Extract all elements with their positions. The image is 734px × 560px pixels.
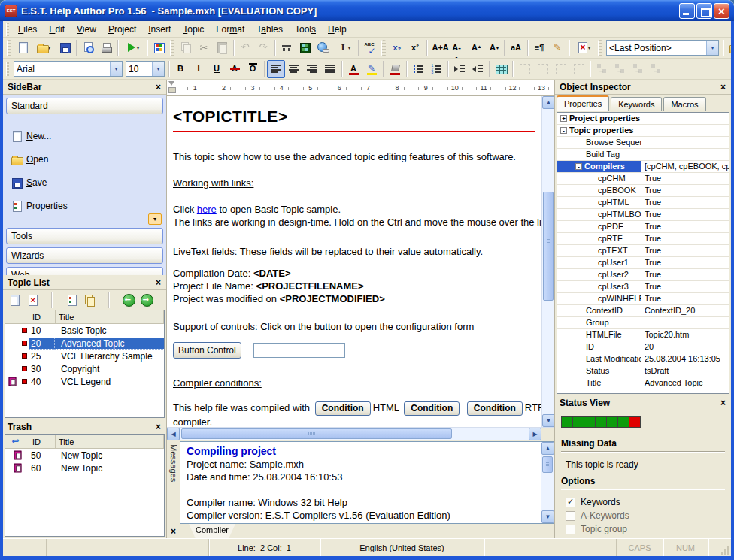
copy-button[interactable]: ▾: [177, 39, 195, 57]
tab-compiler[interactable]: Compiler: [189, 524, 235, 538]
property-value[interactable]: Topic20.htm: [641, 329, 729, 341]
toolbar-button[interactable]: ▾: [382, 61, 384, 77]
minimize-button[interactable]: [679, 3, 695, 19]
property-value[interactable]: True: [641, 245, 729, 256]
maximize-button[interactable]: [696, 3, 712, 19]
inspector-tab[interactable]: Macros: [663, 97, 705, 111]
paste-button[interactable]: ▾: [213, 39, 231, 57]
close-inspector-button[interactable]: ×: [718, 82, 728, 92]
font-increase-button[interactable]: A▾: [466, 39, 484, 57]
toolbar-button[interactable]: ▾: [75, 40, 77, 56]
property-row[interactable]: cpEBOOK True: [557, 185, 729, 197]
property-value[interactable]: True: [641, 221, 729, 232]
toolbar-button[interactable]: ▾: [263, 61, 265, 77]
language-indicator[interactable]: English (United States): [320, 539, 484, 556]
property-value[interactable]: True: [641, 281, 729, 292]
messages-text[interactable]: Compiling project Project name: Sample.m…: [180, 442, 541, 523]
font-name-combo[interactable]: ▾: [14, 61, 123, 77]
toolbar-button[interactable]: ▾: [405, 61, 408, 77]
column-title[interactable]: Title: [55, 435, 164, 448]
trash-row[interactable]: 50 New Topic: [5, 449, 164, 462]
close-status-view-button[interactable]: ×: [718, 398, 728, 408]
superscript-button[interactable]: x²▾: [406, 39, 424, 57]
title-bar[interactable]: EST E.S.T. Help Author Pro 1.56 - Sample…: [0, 0, 734, 21]
option-row[interactable]: A-Keywords: [561, 509, 725, 522]
property-value[interactable]: True: [641, 209, 729, 220]
column-id[interactable]: ID: [29, 310, 55, 323]
property-row[interactable]: cpHTML True: [557, 197, 729, 209]
toolbar-button[interactable]: ▾: [589, 61, 591, 77]
topic-list-columns[interactable]: ID Title: [5, 310, 164, 324]
project-options-button[interactable]: ▾: [150, 39, 168, 57]
condition-button[interactable]: Condition: [467, 401, 523, 416]
font-name-input[interactable]: [14, 62, 110, 75]
property-row[interactable]: cpUser2 True: [557, 269, 729, 281]
inspector-tab[interactable]: Properties: [557, 95, 609, 111]
topic-properties-button[interactable]: ▾: [63, 292, 80, 308]
menu-item[interactable]: Project: [102, 22, 142, 37]
topic-row[interactable]: 30 Copyright: [5, 362, 164, 375]
property-row[interactable]: ID 20: [557, 341, 729, 353]
topic-row[interactable]: 20 Advanced Topic: [5, 337, 164, 350]
editor-vscrollbar[interactable]: ▲ ▼: [541, 96, 554, 427]
property-value[interactable]: True: [641, 257, 729, 268]
align-justify-button[interactable]: ▾: [321, 60, 339, 78]
property-row[interactable]: HTMLFile Topic20.htm: [557, 329, 729, 341]
scroll-up-icon[interactable]: ▲: [541, 442, 554, 455]
property-row[interactable]: ContextID ContextID_20: [557, 305, 729, 317]
property-value[interactable]: True: [641, 185, 729, 196]
format-painter-button[interactable]: ▾: [548, 39, 566, 57]
sidebar-group-wizards[interactable]: Wizards: [6, 247, 163, 264]
property-row[interactable]: cpTEXT True: [557, 245, 729, 257]
toolbar-button[interactable]: ▾: [232, 40, 235, 56]
toolbar-button[interactable]: ▾: [7, 40, 11, 56]
toolbar-button[interactable]: ▾: [274, 40, 276, 56]
expand-toggle-icon[interactable]: [575, 163, 582, 170]
toolbar-button[interactable]: ▾: [117, 40, 119, 56]
link-tool-button[interactable]: ▾: [611, 60, 629, 78]
window-grid-button[interactable]: ▾: [296, 39, 314, 57]
property-value[interactable]: [643, 125, 729, 136]
sidebar-group-web[interactable]: Web: [6, 267, 163, 275]
cut-button[interactable]: ▾: [195, 39, 213, 57]
property-row[interactable]: Status tsDraft: [557, 365, 729, 377]
property-value[interactable]: tsDraft: [641, 365, 729, 377]
checkbox[interactable]: [566, 538, 575, 539]
property-value[interactable]: True: [641, 197, 729, 208]
redo-button[interactable]: ▾: [254, 39, 272, 57]
new-document-button[interactable]: ▾: [14, 39, 32, 57]
menu-item[interactable]: Insert: [142, 22, 177, 37]
toolbar-button[interactable]: ▾: [526, 40, 529, 56]
link-tool-button[interactable]: ▾: [593, 60, 611, 78]
align-right-button[interactable]: ▾: [303, 60, 321, 78]
floppy-button[interactable]: Save: [11, 177, 160, 189]
messages-vscrollbar[interactable]: ▲ ▼: [541, 442, 554, 523]
checkbox[interactable]: [566, 511, 575, 521]
move-left-button[interactable]: ▾: [120, 292, 137, 308]
property-value[interactable]: [641, 317, 729, 328]
scrollbar-thumb[interactable]: [542, 456, 553, 473]
property-row[interactable]: cpPDF True: [557, 221, 729, 233]
property-value[interactable]: [643, 113, 729, 124]
overline-button[interactable]: O▾: [244, 60, 262, 78]
scroll-down-icon[interactable]: ▼: [542, 414, 555, 427]
hyperlink-globe-button[interactable]: ▾: [314, 39, 332, 57]
paragraph-sort-button[interactable]: ≡¶▾: [530, 39, 548, 57]
close-button[interactable]: [714, 3, 729, 19]
change-case-button[interactable]: aA▾: [507, 39, 525, 57]
spacing-decrease-button[interactable]: A-A▾: [447, 39, 466, 57]
condition-button[interactable]: Condition: [404, 401, 460, 416]
folder-button[interactable]: Open: [11, 153, 160, 165]
scrollbar-thumb[interactable]: [543, 192, 554, 301]
combo-dropdown-icon[interactable]: ▾: [152, 62, 164, 76]
menu-item[interactable]: Edit: [43, 22, 71, 37]
checkbox[interactable]: [566, 498, 575, 507]
property-value[interactable]: [641, 137, 729, 148]
open-folder-button[interactable]: ▾: [32, 39, 56, 57]
property-row[interactable]: Title Advanced Topic: [557, 377, 729, 389]
menu-item[interactable]: Tables: [250, 22, 289, 37]
menu-item[interactable]: View: [71, 22, 102, 37]
trash-columns[interactable]: ID Title: [5, 435, 164, 449]
subscript-button[interactable]: x₂▾: [388, 39, 406, 57]
indent-decrease-button[interactable]: ▾: [469, 60, 487, 78]
